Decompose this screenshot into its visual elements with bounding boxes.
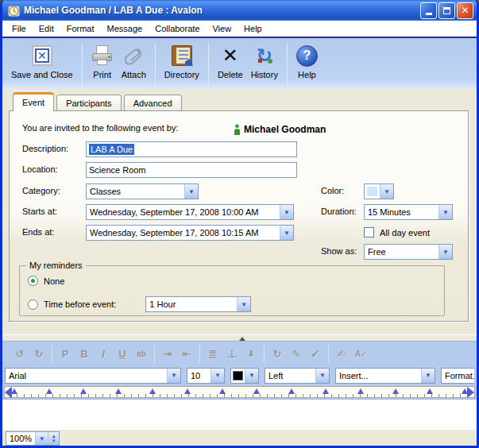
show-as-select[interactable]: Free ▼ <box>364 244 453 260</box>
zoom-spinner[interactable]: ▲▼ <box>48 432 59 445</box>
minimize-button[interactable] <box>420 2 437 19</box>
menu-format[interactable]: Format <box>60 22 101 35</box>
revert-format-icon[interactable]: ↻ <box>272 348 283 360</box>
tab-stop-marker[interactable] <box>149 388 156 394</box>
location-value: Science Room <box>89 165 146 175</box>
chevron-down-icon[interactable]: ▼ <box>421 369 435 383</box>
ruler-row <box>2 384 477 399</box>
ruler[interactable] <box>4 386 475 398</box>
menu-collaborate[interactable]: Collaborate <box>149 22 206 35</box>
font-size-select[interactable]: 10 ▼ <box>187 368 225 384</box>
tab-stop-marker[interactable] <box>427 388 433 394</box>
insert-value: Insert... <box>336 369 421 383</box>
menu-file[interactable]: File <box>6 22 33 35</box>
tab-stop-marker[interactable] <box>11 388 17 394</box>
indent-increase-icon[interactable]: ⇥ <box>162 348 173 360</box>
reminder-time-radio[interactable] <box>28 299 38 310</box>
tab-stop-marker[interactable] <box>184 388 191 394</box>
tab-participants[interactable]: Participants <box>56 95 121 110</box>
tab-stop-marker[interactable] <box>46 388 52 394</box>
history-button[interactable]: ↻ History <box>247 41 282 81</box>
tab-stop-marker[interactable] <box>253 388 260 394</box>
zoom-control[interactable]: 100% ▼ ▲▼ <box>6 431 60 446</box>
tab-stop-marker[interactable] <box>115 388 122 394</box>
bold-icon[interactable]: B <box>79 348 90 360</box>
spellcheck-icon[interactable]: A✓ <box>355 350 368 358</box>
menu-edit[interactable]: Edit <box>33 22 60 35</box>
tab-stop-marker[interactable] <box>392 388 399 394</box>
help-button[interactable]: ? Help <box>292 41 322 81</box>
ends-at-select[interactable]: Wednesday, September 17, 2008 10:15 AM ▼ <box>86 225 294 241</box>
format-select[interactable]: Format... <box>441 368 474 384</box>
chevron-down-icon[interactable]: ▼ <box>184 184 198 199</box>
fixed-width-icon[interactable]: ab <box>136 350 147 358</box>
redo-icon[interactable]: ↻ <box>33 348 44 360</box>
delete-button[interactable]: ✕ Delete <box>214 41 247 81</box>
color-select[interactable]: ▼ <box>364 183 394 199</box>
plain-text-icon[interactable]: P <box>60 348 71 360</box>
right-margin-marker[interactable] <box>467 387 474 398</box>
align-select[interactable]: Left ▼ <box>265 368 330 384</box>
align-value: Left <box>265 369 315 383</box>
pane-splitter[interactable] <box>2 334 477 341</box>
underline-icon[interactable]: U <box>117 348 128 360</box>
tab-advanced[interactable]: Advanced <box>124 95 182 110</box>
menu-help[interactable]: Help <box>238 22 268 35</box>
reminder-none-radio[interactable] <box>28 276 38 286</box>
tab-stop-marker[interactable] <box>288 388 295 394</box>
location-input[interactable]: Science Room <box>86 162 297 178</box>
chevron-down-icon[interactable]: ▼ <box>380 184 393 199</box>
indent-decrease-icon[interactable]: ⇤ <box>181 348 192 360</box>
reminder-time-select[interactable]: 1 Hour ▼ <box>145 296 251 312</box>
chevron-down-icon[interactable]: ▼ <box>280 226 293 240</box>
tab-stop-marker[interactable] <box>323 388 329 394</box>
chevron-down-icon[interactable]: ▼ <box>315 369 329 383</box>
tab-event[interactable]: Event <box>13 92 54 111</box>
attach-button[interactable]: Attach <box>118 41 150 81</box>
chevron-down-icon[interactable]: ▼ <box>245 369 258 383</box>
paragraph-spacing-icon[interactable]: ⊥ <box>226 348 238 360</box>
my-reminders-legend: My reminders <box>26 261 86 270</box>
minimize-icon <box>426 13 432 15</box>
tab-stop-marker[interactable] <box>219 388 226 394</box>
starts-at-select[interactable]: Wednesday, September 17, 2008 10:00 AM ▼ <box>86 204 294 220</box>
all-day-checkbox[interactable] <box>364 227 374 238</box>
chevron-down-icon[interactable]: ▼ <box>438 205 452 219</box>
format-toolbar: ↺ ↻ P B I U ab ⇥ ⇤ ≣ ⊥ ⬇ ↻ ✎ ✔ ✍ <box>2 341 477 366</box>
approve-icon[interactable]: ✔ <box>310 348 321 360</box>
signature-icon[interactable]: ✍ <box>336 348 347 360</box>
menu-bar: File Edit Format Message Collaborate Vie… <box>2 21 477 37</box>
printer-icon <box>91 45 114 66</box>
description-input[interactable]: LAB A Due <box>86 141 297 157</box>
move-down-icon[interactable]: ⬇ <box>245 349 257 359</box>
tab-stop-marker[interactable] <box>80 388 87 394</box>
chevron-down-icon[interactable]: ▼ <box>211 369 224 383</box>
menu-view[interactable]: View <box>206 22 238 35</box>
maximize-button[interactable] <box>438 2 455 19</box>
chevron-down-icon[interactable]: ▼ <box>35 432 48 445</box>
save-and-close-button[interactable]: ✕ Save and Close <box>7 41 77 81</box>
print-button[interactable]: Print <box>87 41 118 81</box>
text-color-select[interactable]: ▼ <box>230 368 259 384</box>
line-spacing-icon[interactable]: ≣ <box>207 348 218 360</box>
chevron-down-icon[interactable]: ▼ <box>438 245 452 259</box>
insert-select[interactable]: Insert... ▼ <box>335 368 435 384</box>
color-label: Color: <box>321 186 344 195</box>
italic-icon[interactable]: I <box>98 348 109 360</box>
chevron-down-icon[interactable]: ▼ <box>280 205 293 219</box>
directory-button[interactable]: Directory <box>160 41 203 81</box>
font-family-select[interactable]: Arial ▼ <box>5 368 181 384</box>
toolbar-divider <box>155 43 156 87</box>
undo-icon[interactable]: ↺ <box>14 348 25 360</box>
chevron-down-icon[interactable]: ▼ <box>167 369 180 383</box>
address-book-icon <box>172 45 192 66</box>
chevron-down-icon[interactable]: ▼ <box>237 297 250 311</box>
duration-select[interactable]: 15 Minutes ▼ <box>364 204 453 220</box>
menu-message[interactable]: Message <box>101 22 149 35</box>
pen-icon[interactable]: ✎ <box>291 348 302 360</box>
tab-stop-marker[interactable] <box>357 388 364 394</box>
close-button[interactable]: ✕ <box>457 2 473 19</box>
title-bar[interactable]: Michael Goodman / LAB A Due : Avalon ✕ <box>2 0 477 21</box>
message-body-area[interactable] <box>2 399 477 429</box>
category-select[interactable]: Classes ▼ <box>86 183 199 199</box>
